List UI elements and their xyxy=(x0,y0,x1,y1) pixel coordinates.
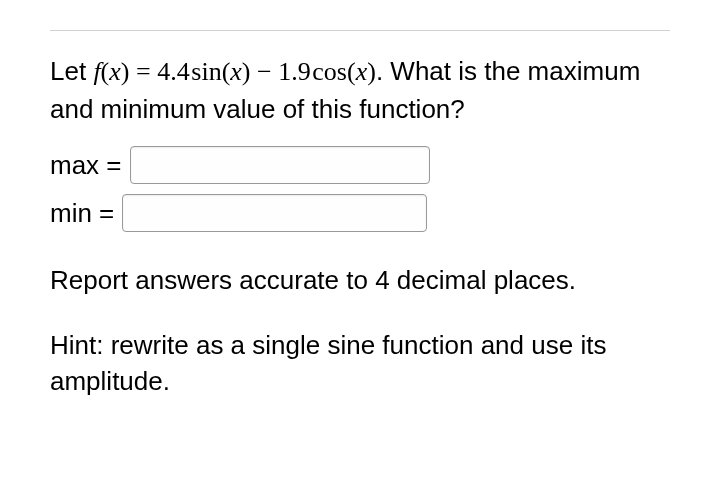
math-minus: − xyxy=(251,57,279,86)
max-label: max = xyxy=(50,150,122,181)
math-variable-1: x xyxy=(109,57,121,86)
math-open-paren-1: ( xyxy=(101,57,110,86)
math-open-paren-2: ( xyxy=(222,57,231,86)
math-sin: sin xyxy=(191,57,221,86)
math-close-paren-1: ) xyxy=(121,57,130,86)
hint-text: Hint: rewrite as a single sine function … xyxy=(50,327,670,400)
math-close-paren-2: ) xyxy=(242,57,251,86)
math-equals: = xyxy=(130,57,158,86)
max-input[interactable] xyxy=(130,146,430,184)
math-open-paren-3: ( xyxy=(347,57,356,86)
min-input[interactable] xyxy=(122,194,427,232)
min-label: min = xyxy=(50,198,114,229)
math-coefficient-b: 1.9 xyxy=(278,57,311,86)
accuracy-instruction: Report answers accurate to 4 decimal pla… xyxy=(50,262,670,298)
math-variable-3: x xyxy=(356,57,368,86)
math-cos: cos xyxy=(312,57,347,86)
math-close-paren-3: ) xyxy=(367,57,376,86)
max-input-row: max = xyxy=(50,146,670,184)
question-prompt: Let f(x) = 4.4 sin(x) − 1.9 cos(x). What… xyxy=(50,53,670,128)
min-input-row: min = xyxy=(50,194,670,232)
question-prefix: Let xyxy=(50,56,93,86)
math-function-name: f xyxy=(93,57,100,86)
math-coefficient-a: 4.4 xyxy=(157,57,190,86)
math-variable-2: x xyxy=(230,57,242,86)
top-divider xyxy=(50,30,670,31)
